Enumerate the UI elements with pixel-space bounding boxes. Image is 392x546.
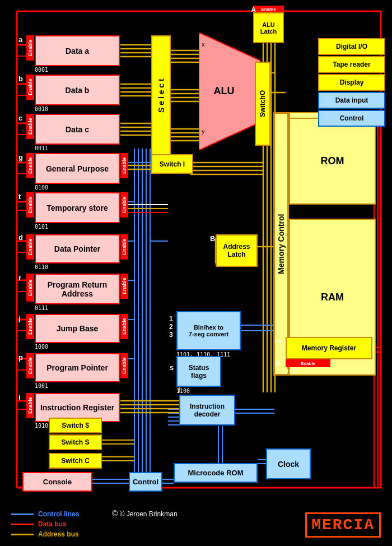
memory-register: Memory Register <box>286 337 372 359</box>
cpu-diagram: a b c g t d r j p i Enable Enable Enable… <box>0 0 392 546</box>
reg-data-c: Data c <box>35 114 120 145</box>
reg-program-return: Program Return Address <box>35 274 120 304</box>
addr-p: 1001 <box>35 383 48 389</box>
status-flags: Statusflags <box>176 356 221 387</box>
reg-letter-g: g <box>18 153 23 161</box>
instruction-decoder: Instructiondecoder <box>179 395 235 425</box>
label-123: 123 <box>169 315 173 339</box>
enable-p: Enable <box>26 353 34 378</box>
label-a: A <box>251 6 256 14</box>
legend-address: Address bus <box>11 530 79 538</box>
digital-io: Digital I/O <box>318 38 385 55</box>
label-s: s <box>170 363 174 372</box>
cc-symbol: © <box>112 509 118 518</box>
author-name: © Jeroen Brinkman <box>120 510 178 518</box>
svg-text:ALU: ALU <box>214 85 235 96</box>
addr-g: 0100 <box>35 184 48 191</box>
reg-letter-i: i <box>18 393 21 401</box>
enable-t-right: Enable <box>120 192 128 218</box>
reg-letter-j: j <box>18 314 21 322</box>
label-m: m <box>274 337 281 345</box>
alu-latch: ALULatch <box>253 12 284 43</box>
addr-b: 0010 <box>35 106 48 112</box>
legend-address-text: Address bus <box>38 530 79 538</box>
logo: MERCIA <box>305 512 381 538</box>
reg-letter-t: t <box>18 192 21 201</box>
svg-text:x: x <box>202 41 205 48</box>
data-input: Data input <box>318 92 385 109</box>
reg-general-purpose: General Purpose <box>35 153 120 184</box>
switch-s: Switch S <box>49 434 102 450</box>
reg-jump-base: Jump Base <box>35 314 120 343</box>
enable-b: Enable <box>26 75 34 100</box>
reg-letter-r: r <box>18 274 21 282</box>
enable-mem-reg: Enable <box>286 359 330 367</box>
enable-j-right: Enable <box>120 314 128 339</box>
enable-g-right: Enable <box>120 153 128 178</box>
legend-data-text: Data bus <box>38 520 67 528</box>
enable-r-right: Enable <box>120 274 128 299</box>
console: Console <box>22 472 92 492</box>
legend-data: Data bus <box>11 520 79 528</box>
reg-letter-p: p <box>18 353 23 362</box>
addr-a: 0001 <box>35 67 48 73</box>
reg-letter-d: d <box>18 233 23 242</box>
switch-dollar: Switch $ <box>49 418 102 433</box>
legend-data-line <box>11 524 34 525</box>
tape-reader: Tape reader <box>318 56 385 73</box>
address-latch: AddressLatch <box>216 234 258 267</box>
clock: Clock <box>266 448 311 479</box>
enable-d-right: Enable <box>120 234 128 260</box>
reg-data-b: Data b <box>35 75 120 105</box>
legend-control-text: Control lines <box>38 510 79 518</box>
legend-control: Control lines <box>11 510 79 518</box>
status-addr: 1100 <box>176 388 190 394</box>
reg-data-a: Data a <box>35 35 120 66</box>
addr-c: 0011 <box>35 145 48 151</box>
label-M: M <box>274 359 281 368</box>
enable-g: Enable <box>26 153 34 178</box>
reg-data-pointer: Data Pointer <box>35 234 120 263</box>
reg-program-pointer: Program Pointer <box>35 353 120 382</box>
reg-letter-c: c <box>18 114 22 122</box>
control-right: Control <box>318 110 385 127</box>
enable-r: Enable <box>26 274 34 302</box>
label-b: B <box>210 234 215 243</box>
reg-letter-a: a <box>18 35 22 44</box>
bin-hex-convert: Bin/hex to7-seg convert <box>176 311 241 350</box>
display: Display <box>318 74 385 91</box>
switch-i: Switch I <box>151 154 193 174</box>
reg-temporary-store: Temporary store <box>35 192 120 223</box>
control-bottom: Control <box>129 472 162 492</box>
enable-t: Enable <box>26 192 34 218</box>
credit: © © Jeroen Brinkman <box>112 509 178 518</box>
enable-a: Enable <box>26 35 34 61</box>
rom-box: ROM <box>289 118 376 205</box>
select-box: S e l e c t <box>151 35 171 156</box>
switch-0: SwitchO <box>255 62 270 146</box>
enable-d: Enable <box>26 234 34 260</box>
enable-alu-latch: Enable <box>253 6 284 12</box>
switch-c: Switch C <box>49 453 102 469</box>
enable-j: Enable <box>26 314 34 339</box>
addr-r: 0111 <box>35 305 48 311</box>
enable-c: Enable <box>26 114 34 139</box>
addr-i: 1010 <box>35 423 48 429</box>
legend-address-line <box>11 534 34 535</box>
alu-shape: ALU x y z <box>199 33 260 150</box>
reg-letter-b: b <box>18 75 23 83</box>
mem-reg-addr: 1011 <box>286 368 299 374</box>
addr-t: 0101 <box>35 224 48 230</box>
memory-control: Memory Control <box>273 112 289 376</box>
enable-p-right: Enable <box>120 353 128 378</box>
addr-d: 0110 <box>35 264 48 270</box>
enable-i: Enable <box>26 393 34 418</box>
addr-j: 1000 <box>35 344 48 350</box>
microcode-rom: Microcode ROM <box>174 463 258 483</box>
svg-text:y: y <box>202 128 205 135</box>
legend: Control lines Data bus Address bus <box>11 510 79 540</box>
legend-control-line <box>11 513 34 515</box>
